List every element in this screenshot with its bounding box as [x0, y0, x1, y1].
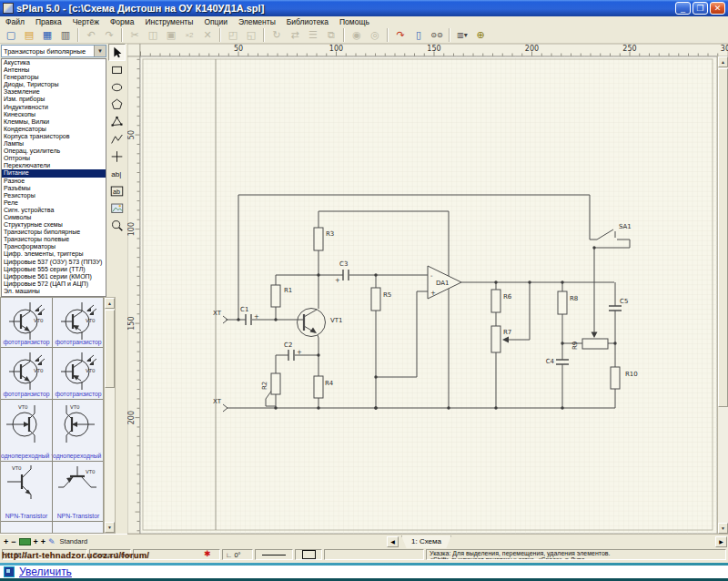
- category-item-8[interactable]: Клеммы, Вилки: [2, 118, 106, 126]
- component-однопереходный-транзистор-5[interactable]: VT0однопереходный транзистор: [53, 400, 104, 462]
- scrollbar-thumb[interactable]: [105, 310, 115, 388]
- menu-options[interactable]: Опции: [198, 16, 233, 26]
- menu-library[interactable]: Библиотека: [281, 16, 334, 26]
- prev-page-button[interactable]: +: [34, 536, 38, 547]
- scrollbar-thumb[interactable]: [718, 68, 728, 407]
- category-item-17[interactable]: Разъёмы: [2, 185, 106, 192]
- schematic-canvas[interactable]: 5010015020025030050100150200: [127, 44, 728, 534]
- properties-button[interactable]: ▯: [410, 26, 428, 44]
- chevron-down-icon[interactable]: ▼: [94, 46, 106, 56]
- add-component-button[interactable]: +: [4, 536, 8, 547]
- text-tool[interactable]: ab|: [108, 165, 126, 182]
- category-item-31[interactable]: Эл. машины: [2, 288, 106, 295]
- polyline-tool[interactable]: [108, 130, 126, 148]
- category-item-25[interactable]: Трансформаторы: [2, 243, 106, 250]
- category-item-23[interactable]: Транзисторы биполярные: [2, 229, 106, 236]
- category-item-4[interactable]: Заземление: [2, 88, 106, 96]
- new-button[interactable]: ▢: [2, 26, 20, 44]
- polarity-c1: +: [254, 313, 259, 321]
- category-item-5[interactable]: Изм. приборы: [2, 96, 106, 103]
- menu-help[interactable]: Помощь: [334, 16, 375, 26]
- menu-edit[interactable]: Правка: [30, 16, 67, 26]
- component-scrollbar[interactable]: ▲ ▼: [104, 297, 116, 534]
- category-item-13[interactable]: Оптроны: [2, 155, 106, 162]
- scroll-down-icon[interactable]: ▼: [718, 523, 728, 534]
- component-symbol: VT0: [1, 299, 53, 341]
- category-item-1[interactable]: Антенны: [2, 66, 106, 74]
- component-фототранзистор-1[interactable]: VT0фототранзистор: [53, 298, 104, 348]
- zoom-window-button[interactable]: ⊕: [471, 26, 490, 44]
- sheet-list-button[interactable]: ▥▾: [453, 26, 471, 44]
- category-item-16[interactable]: Разное: [2, 178, 106, 185]
- menu-drawing[interactable]: Чертёж: [67, 16, 105, 26]
- scroll-up-icon[interactable]: ▲: [105, 298, 115, 309]
- select-tool[interactable]: [108, 44, 126, 61]
- component-фототранзистор-2[interactable]: VT0фототранзистор: [1, 348, 53, 400]
- category-item-29[interactable]: Цифровые 561 серии (КМОП): [2, 273, 106, 280]
- zoom-icon: [109, 218, 125, 233]
- category-item-21[interactable]: Символы: [2, 214, 106, 221]
- component-фототранзистор-3[interactable]: VT0фототранзистор: [53, 348, 104, 400]
- component-однопереходный-транзистор-4[interactable]: VT0однопереходный транзистор: [1, 400, 53, 462]
- open-button[interactable]: ▤: [20, 26, 38, 44]
- category-item-18[interactable]: Резисторы: [2, 192, 106, 199]
- ref-sa1: SA1: [619, 223, 632, 230]
- component-фототранзистор-0[interactable]: VT0фототранзистор: [1, 298, 53, 348]
- category-item-30[interactable]: Цифровые 572 (ЦАП и АЦП): [2, 280, 106, 288]
- print-button[interactable]: ▥: [56, 26, 75, 44]
- tab-sheet-1[interactable]: 1: Схема: [401, 535, 451, 549]
- ellipse-tool[interactable]: [108, 78, 126, 96]
- scroll-right-icon[interactable]: ▶: [715, 536, 727, 547]
- category-item-3[interactable]: Диоды, Тиристоры: [2, 81, 106, 88]
- category-item-6[interactable]: Индуктивности: [2, 104, 106, 111]
- category-item-19[interactable]: Реле: [2, 199, 106, 207]
- category-item-14[interactable]: Переключатели: [2, 162, 106, 169]
- category-item-20[interactable]: Сигн. устройства: [2, 207, 106, 214]
- next-page-button[interactable]: +: [41, 536, 46, 547]
- category-item-10[interactable]: Корпуса транзисторов: [2, 133, 106, 140]
- svg-text:VT0: VT0: [86, 318, 96, 323]
- category-item-9[interactable]: Конденсаторы: [2, 126, 106, 133]
- edit-library-icon[interactable]: ✎: [48, 537, 56, 546]
- zoom-tool[interactable]: [108, 217, 126, 234]
- minimize-button[interactable]: _: [675, 2, 691, 15]
- mirror-button: ⇄: [286, 26, 304, 44]
- textbox-tool[interactable]: ab: [108, 182, 126, 199]
- special-shape-tool[interactable]: [108, 113, 126, 130]
- dimension-tool[interactable]: [108, 148, 126, 165]
- menu-elements[interactable]: Элементы: [233, 16, 281, 26]
- menu-form[interactable]: Форма: [105, 16, 140, 26]
- menu-tools[interactable]: Инструменты: [139, 16, 198, 26]
- enlarge-link[interactable]: Увеличить: [19, 566, 72, 578]
- polygon-tool[interactable]: [108, 96, 126, 113]
- component-partial-8[interactable]: VT0: [1, 522, 53, 534]
- category-item-22[interactable]: Структурные схемы: [2, 221, 106, 229]
- restore-button[interactable]: ❐: [693, 2, 708, 15]
- component-npn-transistor-6[interactable]: VT0NPN-Transistor: [1, 462, 53, 522]
- category-item-11[interactable]: Лампы: [2, 140, 106, 148]
- category-dropdown[interactable]: Транзисторы биполярные ▼: [1, 45, 106, 57]
- image-tool[interactable]: [108, 199, 126, 217]
- category-item-24[interactable]: Транзисторы полевые: [2, 236, 106, 243]
- menu-file[interactable]: Файл: [0, 16, 30, 26]
- rectangle-tool[interactable]: [108, 61, 126, 78]
- search-button[interactable]: ⊙⊙: [428, 26, 446, 44]
- category-item-12[interactable]: Операц. усилитель: [2, 148, 106, 155]
- scroll-up-icon[interactable]: ▲: [718, 56, 728, 67]
- category-item-0[interactable]: Акустика: [2, 59, 106, 66]
- category-item-27[interactable]: Цифровые 537 (ОЗУ) 573 (ППЗУ): [2, 259, 106, 266]
- category-item-2[interactable]: Генераторы: [2, 74, 106, 81]
- category-item-26[interactable]: Цифр. элементы, триггеры: [2, 250, 106, 258]
- canvas-vertical-scrollbar[interactable]: ▲ ▼: [717, 56, 728, 534]
- component-npn-transistor-7[interactable]: VT0NPN-Transistor: [53, 462, 104, 522]
- category-item-7[interactable]: Кинескопы: [2, 111, 106, 118]
- rotate-element-button[interactable]: ↷: [391, 26, 410, 44]
- remove-component-button[interactable]: −: [11, 536, 15, 547]
- close-button[interactable]: ✕: [710, 2, 725, 15]
- component-partial-9[interactable]: VT0: [53, 522, 104, 534]
- save-button[interactable]: ▦: [38, 26, 56, 44]
- scroll-down-icon[interactable]: ▼: [105, 522, 115, 533]
- tab-scroll-left-icon[interactable]: ◀: [387, 536, 399, 547]
- category-item-28[interactable]: Цифровые 555 серии (ТТЛ): [2, 266, 106, 273]
- category-item-15[interactable]: Питание: [2, 169, 106, 177]
